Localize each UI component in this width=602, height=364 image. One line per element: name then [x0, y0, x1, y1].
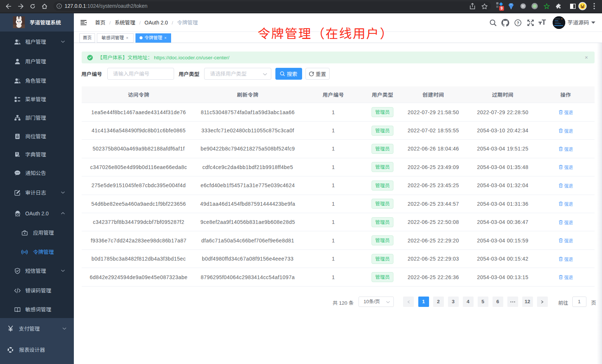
svg-text:?: ? — [516, 20, 519, 25]
svg-text:9: 9 — [501, 6, 503, 10]
